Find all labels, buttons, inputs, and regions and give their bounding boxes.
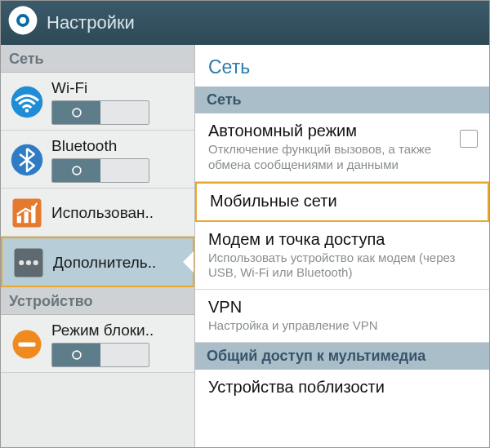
sidebar-item-more[interactable]: Дополнитель.. [1,237,194,287]
svg-point-13 [73,109,81,117]
content-title: Сеть [195,45,489,86]
row-vpn[interactable]: VPN Настройка и управление VPN [195,290,489,343]
row-tethering[interactable]: Модем и точка доступа Использовать устро… [195,222,489,291]
sidebar-item-bluetooth[interactable]: Bluetooth [1,131,194,189]
row-mobile-networks[interactable]: Мобильные сети [195,182,489,222]
row-title: Автономный режим [208,122,453,140]
row-title: Устройства поблизости [208,378,478,397]
row-subtitle: Использовать устройство как модем (через… [208,251,478,282]
sidebar-item-wifi[interactable]: Wi-Fi [1,73,194,131]
sidebar-item-label: Bluetooth [51,137,186,155]
svg-point-26 [73,351,81,359]
sidebar-section-device: Устройство [1,287,194,315]
row-subtitle: Настройка и управление VPN [208,318,478,334]
bluetooth-icon [9,142,45,178]
svg-point-15 [73,166,81,175]
svg-rect-6 [10,19,14,21]
wifi-toggle[interactable] [51,100,149,125]
airplane-checkbox[interactable] [460,130,478,148]
svg-rect-25 [19,342,36,346]
svg-rect-17 [17,216,21,224]
content-pane: Сеть Сеть Автономный режим Отключение фу… [195,45,489,447]
row-title: Модем и точка доступа [208,230,478,249]
svg-rect-3 [21,7,24,11]
section-header-network: Сеть [195,86,489,113]
sidebar-item-label: Режим блоки.. [51,322,186,339]
app-header: Настройки [1,1,489,45]
data-usage-icon [9,195,45,231]
sidebar-item-label: Wi-Fi [51,79,186,97]
svg-rect-5 [32,19,36,21]
wifi-icon [9,84,45,120]
row-title: VPN [208,298,478,317]
row-nearby-devices[interactable]: Устройства поблизости [195,370,489,406]
sidebar-item-block-mode[interactable]: Режим блоки.. [1,315,194,373]
more-icon [11,245,47,281]
svg-point-12 [25,109,29,112]
sidebar-section-network: Сеть [1,45,194,73]
sidebar: Сеть Wi-Fi [1,45,195,447]
svg-rect-4 [21,29,24,33]
bluetooth-toggle[interactable] [51,158,149,183]
svg-point-22 [26,260,31,265]
row-airplane-mode[interactable]: Автономный режим Отключение функций вызо… [195,113,489,182]
svg-point-23 [33,260,38,265]
svg-point-21 [19,260,24,265]
selected-indicator-icon [183,251,194,273]
app-title: Настройки [47,12,135,33]
svg-point-11 [11,86,43,118]
section-header-media: Общий доступ к мультимедиа [195,343,489,370]
svg-point-2 [20,17,26,24]
row-title: Мобильные сети [210,192,476,211]
row-subtitle: Отключение функций вызовов, а также обме… [208,142,453,173]
block-mode-icon [9,326,45,362]
sidebar-item-label: Использован.. [51,204,186,222]
sidebar-item-data-usage[interactable]: Использован.. [1,189,194,237]
settings-icon [7,5,38,41]
sidebar-item-label: Дополнитель.. [53,254,185,272]
svg-rect-18 [24,211,29,223]
block-mode-toggle[interactable] [51,343,149,367]
